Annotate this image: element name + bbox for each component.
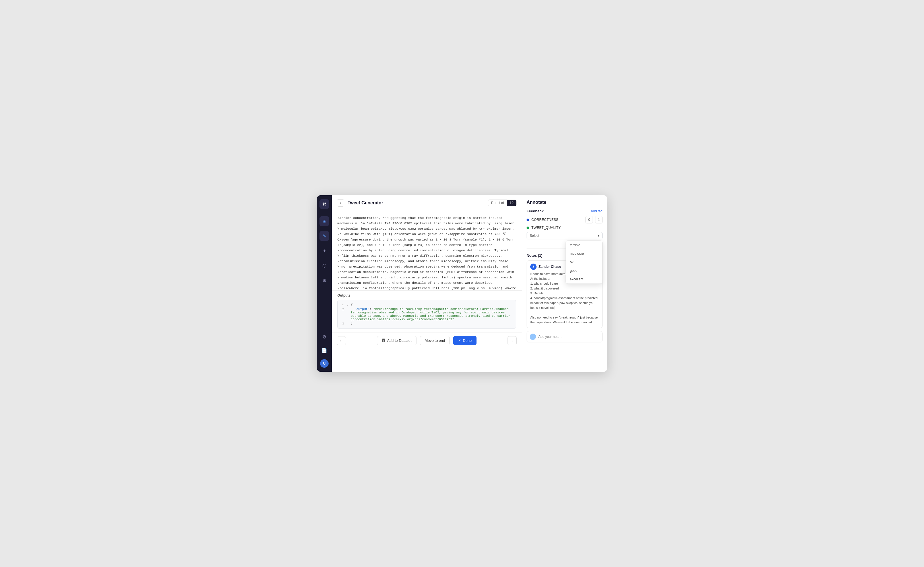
annotate-title: Annotate [526, 200, 603, 205]
line-content-3: } [351, 322, 353, 325]
settings-icon: ⚙ [322, 334, 326, 340]
correctness-thumb-down[interactable]: 0 [585, 216, 593, 223]
main-content: ‹ Tweet Generator Run 1 of 10 carrier co… [332, 195, 522, 372]
sidebar-item-globe[interactable]: ⊕ [320, 275, 329, 285]
feedback-label: Feedback [526, 209, 544, 213]
stack-icon: ⬡ [322, 263, 326, 268]
sidebar-bottom: ⚙ 📄 U [320, 332, 329, 368]
select-placeholder: Select [530, 234, 539, 238]
add-to-dataset-button[interactable]: 🗄 Add to Dataset [377, 336, 417, 345]
correctness-row: CORRECTNESS 0 1 [526, 216, 603, 223]
nav-next-button[interactable]: → [507, 336, 517, 345]
app-window: 🛠 ⊞ ✎ ✦ ⬡ ⊕ ⚙ 📄 U [317, 195, 607, 372]
tweet-quality-select: Select ▾ terrible mediocre ok good excel… [526, 232, 603, 239]
correctness-label: CORRECTNESS [531, 218, 583, 222]
fold-arrow-3 [347, 322, 351, 322]
line-content-2: "output": "Breakthrough in room-temp fer… [351, 307, 516, 321]
outputs-label: Outputs [338, 293, 516, 298]
sidebar-item-edit[interactable]: ✎ [320, 231, 329, 241]
run-badge: Run 1 of 10 [488, 200, 517, 206]
footer-left: ← [337, 336, 346, 345]
dropdown-menu: terrible mediocre ok good excellent [566, 241, 603, 284]
done-button[interactable]: ✓ Done [453, 336, 477, 345]
main-header: ‹ Tweet Generator Run 1 of 10 [332, 195, 522, 211]
document-icon: 📄 [321, 348, 327, 353]
feedback-section: Feedback Add tag CORRECTNESS 0 1 TWEET_Q… [526, 209, 603, 242]
tweet-quality-label: TWEET_QUALITY [531, 226, 603, 230]
sidebar-logo: 🛠 [320, 199, 329, 209]
tweet-quality-dot [526, 227, 529, 229]
select-button[interactable]: Select ▾ [526, 232, 603, 239]
footer-right: → [507, 336, 517, 345]
fold-arrow-1[interactable]: ∨ [347, 303, 351, 307]
sidebar-item-stack[interactable]: ⬡ [320, 261, 329, 271]
text-content: carrier concentration, \nsuggesting that… [338, 216, 516, 290]
add-tag-link[interactable]: Add tag [591, 209, 603, 213]
chevron-down-icon: ▾ [598, 234, 599, 238]
line-content-1: { [351, 303, 353, 307]
option-terrible[interactable]: terrible [566, 241, 602, 249]
sidebar: 🛠 ⊞ ✎ ✦ ⬡ ⊕ ⚙ 📄 U [317, 195, 332, 372]
footer-bar: ← 🗄 Add to Dataset Move to end ✓ Done → [332, 332, 522, 349]
text-panel: carrier concentration, \nsuggesting that… [332, 211, 522, 290]
sidebar-item-grid[interactable]: ⊞ [320, 216, 329, 226]
run-label: Run 1 of [488, 200, 507, 206]
tweet-quality-row: TWEET_QUALITY [526, 226, 603, 230]
note-author-name: Zander Chase [538, 265, 561, 269]
fold-arrow-2 [347, 307, 351, 308]
page-title: Tweet Generator [348, 200, 484, 206]
feedback-header: Feedback Add tag [526, 209, 603, 213]
option-excellent[interactable]: excellent [566, 275, 602, 284]
add-note-row [526, 331, 603, 343]
run-number: 10 [507, 200, 516, 206]
edit-icon: ✎ [322, 233, 326, 239]
option-ok[interactable]: ok [566, 258, 602, 266]
code-block: 1 ∨ { 2 "output": "Breakthrough in room-… [338, 300, 516, 329]
sidebar-item-document[interactable]: 📄 [320, 346, 329, 355]
nav-prev-button[interactable]: ← [337, 336, 346, 345]
back-icon: ‹ [340, 201, 341, 205]
avatar[interactable]: U [320, 359, 328, 368]
outputs-section: Outputs 1 ∨ { 2 "output": "Breakthrough … [332, 290, 522, 332]
option-mediocre[interactable]: mediocre [566, 249, 602, 258]
check-icon: ✓ [458, 338, 461, 343]
code-line-3: 3 } [338, 321, 516, 326]
code-line-1: 1 ∨ { [338, 303, 516, 307]
sidebar-item-settings[interactable]: ⚙ [320, 332, 329, 341]
grid-icon: ⊞ [322, 219, 326, 224]
rocket-icon: ✦ [322, 248, 326, 254]
option-good[interactable]: good [566, 266, 602, 275]
sidebar-item-rocket[interactable]: ✦ [320, 246, 329, 256]
dataset-icon: 🗄 [382, 338, 386, 343]
add-note-avatar [530, 334, 536, 340]
logo-icon: 🛠 [322, 202, 326, 206]
correctness-thumb-up[interactable]: 1 [595, 216, 603, 223]
line-number-3: 3 [338, 322, 347, 325]
globe-icon: ⊕ [322, 278, 326, 283]
line-number-2: 2 [338, 307, 347, 311]
right-panel: Annotate Feedback Add tag CORRECTNESS 0 … [522, 195, 607, 372]
line-number-1: 1 [338, 303, 347, 307]
correctness-dot [526, 219, 529, 221]
note-avatar: Z [530, 263, 537, 270]
add-note-input[interactable] [538, 335, 599, 339]
move-to-end-button[interactable]: Move to end [420, 336, 450, 345]
back-button[interactable]: ‹ [337, 199, 344, 207]
code-line-2: 2 "output": "Breakthrough in room-temp f… [338, 307, 516, 321]
